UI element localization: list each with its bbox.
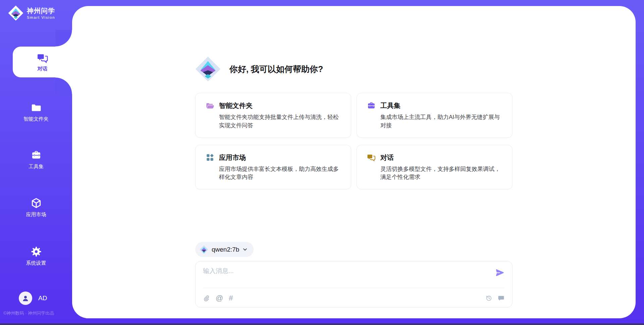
sidebar: 神州问学 Smart Vision 对话 智能文件夹 xyxy=(0,0,72,325)
copyright: ©神州数码 · 神州问学出品 xyxy=(3,310,72,316)
composer: @ # xyxy=(195,261,513,308)
brand-title: 神州问学 xyxy=(27,7,55,14)
model-selector[interactable]: qwen2:7b xyxy=(195,242,254,257)
apps-grid-icon xyxy=(206,153,214,162)
main-panel: 你好, 我可以如何帮助你? 智能文件夹 智能文件夹功能支持批量文件上传与清洗，轻… xyxy=(72,6,636,318)
sidebar-item-label: 对话 xyxy=(38,66,48,72)
gear-icon xyxy=(31,246,42,257)
composer-divider xyxy=(203,288,505,288)
toolbox-icon xyxy=(31,150,42,161)
paperclip-icon xyxy=(203,298,210,303)
user-name: AD xyxy=(38,295,47,302)
brand-diamond-icon xyxy=(200,245,208,254)
card-smart-folders[interactable]: 智能文件夹 智能文件夹功能支持批量文件上传与清洗，轻松实现文件问答 xyxy=(195,93,351,138)
feedback-button[interactable] xyxy=(497,295,505,302)
sidebar-item-label: 系统设置 xyxy=(26,260,46,266)
user-profile[interactable]: AD xyxy=(19,291,47,305)
card-app-market[interactable]: 应用市场 应用市场提供丰富长文本模板，助力高效生成多样化文章内容 xyxy=(195,145,351,190)
sidebar-item-label: 应用市场 xyxy=(26,211,46,218)
sidebar-item-smart-folders[interactable]: 智能文件夹 xyxy=(0,103,72,122)
sidebar-item-label: 智能文件夹 xyxy=(23,116,49,122)
model-name: qwen2:7b xyxy=(212,246,239,253)
brand-subtitle: Smart Vision xyxy=(27,15,55,19)
open-folder-icon xyxy=(206,102,214,110)
hash-icon: # xyxy=(229,294,233,302)
person-icon xyxy=(21,294,30,303)
history-icon xyxy=(485,298,492,303)
chat-bubbles-icon xyxy=(367,153,376,162)
tab-concave-bottom xyxy=(55,77,72,94)
send-button[interactable] xyxy=(495,268,505,278)
sidebar-item-settings[interactable]: 系统设置 xyxy=(0,246,72,266)
card-title: 工具集 xyxy=(380,101,400,110)
sidebar-item-chat[interactable]: 对话 xyxy=(13,47,72,77)
brand: 神州问学 Smart Vision xyxy=(8,5,55,21)
topic-button[interactable]: # xyxy=(229,295,233,302)
paper-plane-icon xyxy=(495,274,505,279)
avatar xyxy=(19,291,32,305)
window-bottom-edge xyxy=(0,323,644,325)
card-description: 应用市场提供丰富长文本模板，助力高效生成多样化文章内容 xyxy=(219,165,341,182)
card-title: 应用市场 xyxy=(219,153,246,162)
history-button[interactable] xyxy=(485,295,492,302)
greeting-text: 你好, 我可以如何帮助你? xyxy=(229,64,323,75)
tab-concave-top xyxy=(55,30,72,47)
card-description: 灵活切换多模型文件，支持多样回复效果调试，满足个性化需求 xyxy=(380,165,502,182)
message-input[interactable] xyxy=(202,266,488,285)
app-window: 神州问学 Smart Vision 对话 智能文件夹 xyxy=(0,0,644,325)
chevron-down-icon xyxy=(243,247,248,252)
card-chat[interactable]: 对话 灵活切换多模型文件，支持多样回复效果调试，满足个性化需求 xyxy=(357,145,513,190)
at-icon: @ xyxy=(216,294,223,302)
greeting: 你好, 我可以如何帮助你? xyxy=(195,56,513,82)
sidebar-item-app-market[interactable]: 应用市场 xyxy=(0,197,72,218)
brand-diamond-icon xyxy=(8,5,23,21)
chat-bubbles-icon xyxy=(37,52,48,64)
folder-icon xyxy=(31,103,42,113)
feature-cards: 智能文件夹 智能文件夹功能支持批量文件上传与清洗，轻松实现文件问答 工具集 集成… xyxy=(195,93,513,189)
card-title: 智能文件夹 xyxy=(219,101,253,110)
cube-icon xyxy=(31,197,42,209)
toolbox-icon xyxy=(367,102,376,110)
card-title: 对话 xyxy=(380,153,394,162)
card-description: 智能文件夹功能支持批量文件上传与清洗，轻松实现文件问答 xyxy=(219,113,341,130)
sidebar-item-label: 工具集 xyxy=(29,164,44,170)
mention-button[interactable]: @ xyxy=(216,295,223,302)
sidebar-item-toolset[interactable]: 工具集 xyxy=(0,150,72,170)
brand-diamond-icon xyxy=(195,56,221,82)
attach-button[interactable] xyxy=(203,295,210,302)
card-toolset[interactable]: 工具集 集成市场上主流工具，助力AI与外界无缝扩展与对接 xyxy=(357,93,513,138)
chat-bubble-icon xyxy=(497,298,505,303)
card-description: 集成市场上主流工具，助力AI与外界无缝扩展与对接 xyxy=(380,113,502,130)
